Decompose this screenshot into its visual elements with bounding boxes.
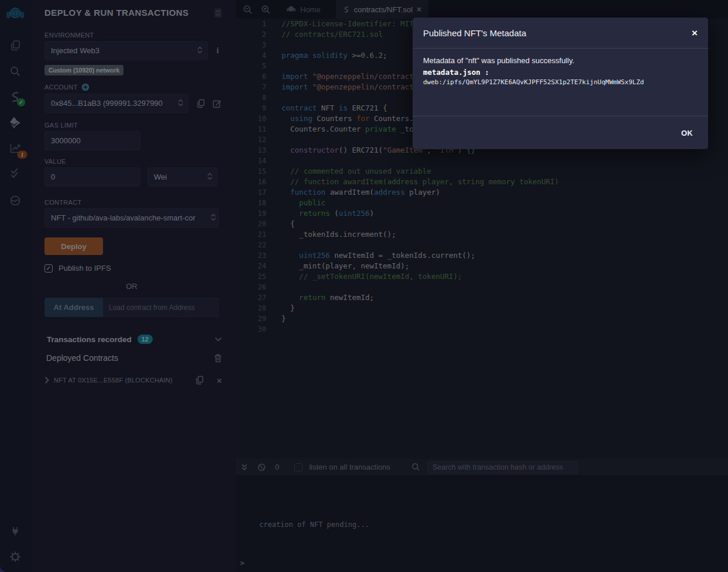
ok-button[interactable]: OK [678,128,696,138]
remix-ide-app: ✓ 1 [0,0,728,572]
modal-message: Metadata of "nft" was published successf… [423,56,698,65]
modal-close-icon[interactable]: × [692,28,698,38]
modal-file-label: metadata.json : [423,68,698,77]
modal-title: Published NFT's Metadata [423,28,526,38]
modal-ipfs-link: dweb:/ipfs/QmYL9P1Z7KE6AQvKJPFF52SX1p2TE… [423,78,698,86]
published-metadata-modal: Published NFT's Metadata × Metadata of "… [413,18,708,149]
